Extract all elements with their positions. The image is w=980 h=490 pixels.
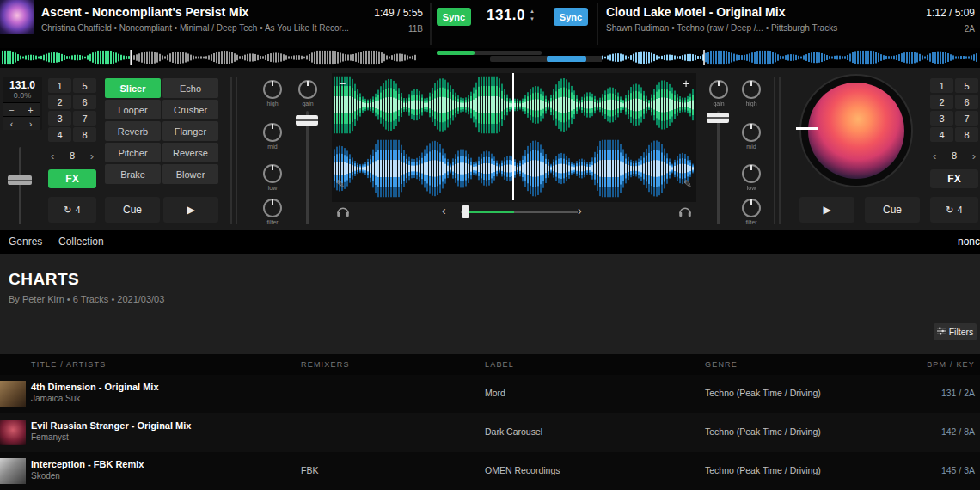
- tempo-nudge-left-button[interactable]: ‹: [3, 116, 21, 130]
- fx-button-reverse[interactable]: Reverse: [162, 143, 218, 162]
- bpm-down-icon[interactable]: ▼: [530, 16, 535, 21]
- deck-a-cue-button[interactable]: Cue: [105, 197, 160, 223]
- deck-a-gain-knob[interactable]: gain: [297, 80, 318, 107]
- deck-b-play-button[interactable]: ▶: [799, 197, 854, 223]
- col-title-artists[interactable]: TITLE / ARTISTS: [31, 360, 106, 369]
- zoom-in-icon[interactable]: +: [683, 78, 689, 89]
- tab-collection[interactable]: Collection: [58, 236, 104, 248]
- hotcue-button[interactable]: 3: [48, 111, 71, 126]
- deck-a-pitch-fader-track[interactable]: [19, 147, 21, 224]
- deck-b-cue-button[interactable]: Cue: [865, 197, 920, 223]
- deck-a-fx-toggle-button[interactable]: FX: [48, 169, 96, 188]
- fx-button-blower[interactable]: Blower: [162, 164, 218, 184]
- bpm-stepper[interactable]: ▲ ▼: [530, 9, 535, 21]
- deck-a-mini-progress[interactable]: [437, 51, 542, 55]
- table-row[interactable]: Evil Russian Stranger - Original Mix Fem…: [0, 413, 980, 452]
- col-remixers[interactable]: REMIXERS: [301, 360, 350, 369]
- col-label[interactable]: LABEL: [485, 360, 514, 369]
- tempo-minus-button[interactable]: −: [3, 102, 21, 116]
- knob-dial[interactable]: [742, 164, 761, 183]
- scrub-right-icon[interactable]: ›: [578, 204, 582, 217]
- tab-genres[interactable]: Genres: [9, 236, 42, 248]
- hotcue-button[interactable]: 4: [930, 127, 953, 142]
- hotcue-button[interactable]: 2: [48, 95, 71, 109]
- deck-b-eq-high-knob[interactable]: high: [741, 80, 762, 107]
- hotcue-button[interactable]: 1: [48, 78, 71, 93]
- deck-b-volume-fader-handle[interactable]: [707, 113, 729, 123]
- deck-b-gain-knob[interactable]: gain: [708, 80, 729, 107]
- hotcue-button[interactable]: 3: [930, 111, 953, 126]
- fx-button-reverb[interactable]: Reverb: [105, 121, 161, 141]
- scrub-handle[interactable]: [462, 205, 469, 218]
- loop-size-up-icon[interactable]: ›: [970, 150, 978, 162]
- deck-a-overview-waveform[interactable]: [2, 50, 416, 65]
- knob-dial[interactable]: [742, 123, 761, 142]
- hotcue-button[interactable]: 6: [955, 95, 978, 109]
- fx-button-pitcher[interactable]: Pitcher: [105, 143, 161, 162]
- zoom-out-icon[interactable]: −: [339, 78, 346, 89]
- table-row[interactable]: 4th Dimension - Original Mix Jamaica Suk…: [0, 375, 980, 413]
- col-bpm-key[interactable]: BPM / KEY: [894, 360, 975, 369]
- fx-button-crusher[interactable]: Crusher: [162, 100, 218, 119]
- deck-b-eq-mid-knob[interactable]: mid: [741, 123, 762, 150]
- deck-a-headphone-icon[interactable]: [335, 204, 351, 223]
- hotcue-button[interactable]: 5: [73, 78, 96, 93]
- deck-a-pitch-fader-handle[interactable]: [8, 175, 32, 185]
- deck-a-filter-knob[interactable]: filter: [262, 199, 283, 225]
- hotcue-button[interactable]: 8: [73, 127, 96, 142]
- hotcue-button[interactable]: 8: [955, 127, 978, 142]
- deck-a-eq-mid-knob[interactable]: mid: [262, 123, 283, 150]
- sync-b-button[interactable]: Sync: [554, 8, 588, 26]
- deck-a-eq-high-knob[interactable]: high: [262, 80, 283, 107]
- deck-a-waveform[interactable]: [334, 75, 695, 135]
- deck-a-volume-fader-track[interactable]: [306, 111, 309, 224]
- tempo-nudge-right-button[interactable]: ›: [21, 116, 40, 130]
- sync-a-button[interactable]: Sync: [437, 8, 471, 26]
- fx-button-flanger[interactable]: Flanger: [162, 121, 218, 141]
- deck-b-loop-button[interactable]: ↻ 4: [930, 197, 978, 223]
- knob-dial[interactable]: [263, 80, 282, 99]
- col-genre[interactable]: GENRE: [705, 360, 738, 369]
- deck-b-jog-wheel[interactable]: [799, 74, 913, 187]
- deck-a-volume-fader-handle[interactable]: [296, 115, 318, 126]
- hotcue-button[interactable]: 4: [48, 127, 71, 142]
- deck-b-edit-pencil-icon[interactable]: ✎: [683, 178, 692, 190]
- loop-size-down-icon[interactable]: ‹: [930, 150, 939, 162]
- knob-dial[interactable]: [298, 80, 317, 99]
- deck-b-overview-waveform[interactable]: [602, 50, 978, 65]
- deck-b-fx-toggle-button[interactable]: FX: [930, 169, 978, 188]
- knob-dial[interactable]: [263, 199, 282, 217]
- deck-a-play-button[interactable]: ▶: [163, 197, 218, 223]
- knob-dial[interactable]: [263, 164, 282, 183]
- loop-size-down-icon[interactable]: ‹: [48, 150, 57, 162]
- knob-dial[interactable]: [263, 123, 282, 142]
- hotcue-button[interactable]: 7: [73, 111, 96, 126]
- deck-a-eq-low-knob[interactable]: low: [262, 164, 283, 191]
- search-text[interactable]: nonc: [958, 236, 980, 248]
- knob-dial[interactable]: [742, 80, 761, 99]
- deck-b-filter-knob[interactable]: filter: [741, 199, 762, 225]
- deck-a-loop-button[interactable]: ↻ 4: [48, 197, 96, 223]
- knob-dial[interactable]: [709, 80, 728, 99]
- filters-button[interactable]: Filters: [934, 323, 977, 340]
- hotcue-button[interactable]: 1: [930, 78, 953, 93]
- fx-button-echo[interactable]: Echo: [162, 78, 218, 98]
- knob-dial[interactable]: [742, 199, 761, 217]
- hotcue-button[interactable]: 7: [955, 111, 978, 126]
- tempo-plus-button[interactable]: +: [21, 102, 40, 116]
- deck-a-edit-pencil-icon[interactable]: ✎: [336, 178, 345, 190]
- deck-b-eq-low-knob[interactable]: low: [741, 164, 762, 191]
- deck-b-waveform[interactable]: [334, 138, 695, 199]
- fx-button-brake[interactable]: Brake: [105, 164, 161, 184]
- table-row[interactable]: Interception - FBK Remix Skoden FBK OMEN…: [0, 452, 980, 490]
- deck-b-headphone-icon[interactable]: [677, 204, 693, 223]
- scrub-left-icon[interactable]: ‹: [442, 204, 446, 217]
- bpm-up-icon[interactable]: ▲: [530, 9, 535, 14]
- loop-size-up-icon[interactable]: ›: [88, 150, 96, 162]
- hotcue-button[interactable]: 5: [955, 78, 978, 93]
- deck-b-volume-fader-track[interactable]: [717, 111, 720, 224]
- hotcue-button[interactable]: 2: [930, 95, 953, 109]
- fx-button-looper[interactable]: Looper: [105, 100, 161, 119]
- hotcue-button[interactable]: 6: [73, 95, 96, 109]
- fx-button-slicer[interactable]: Slicer: [105, 78, 161, 98]
